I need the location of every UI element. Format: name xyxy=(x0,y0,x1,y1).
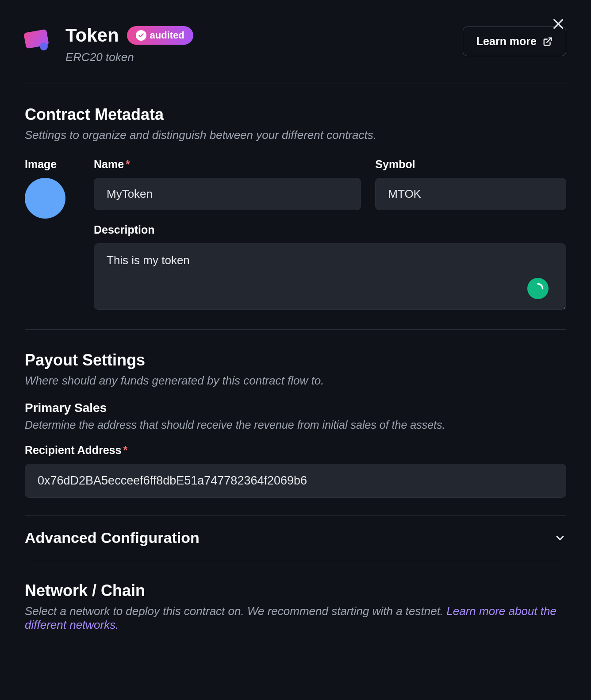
modal-header: Token audited ERC20 token Learn more xyxy=(25,25,566,84)
metadata-title: Contract Metadata xyxy=(25,105,566,124)
token-logo xyxy=(25,31,50,49)
name-label: Name* xyxy=(94,158,361,171)
learn-more-label: Learn more xyxy=(476,35,537,48)
check-icon xyxy=(136,30,146,41)
metadata-desc: Settings to organize and distinguish bet… xyxy=(25,128,566,142)
page-subtitle: ERC20 token xyxy=(65,50,193,64)
advanced-title: Advanced Configuration xyxy=(25,529,200,546)
payout-settings-section: Payout Settings Where should any funds g… xyxy=(25,330,566,516)
audited-badge: audited xyxy=(127,26,193,45)
image-upload[interactable] xyxy=(25,178,65,219)
name-input[interactable] xyxy=(94,178,361,210)
description-label: Description xyxy=(94,223,566,236)
symbol-input[interactable] xyxy=(375,178,566,210)
network-title: Network / Chain xyxy=(25,581,566,600)
chevron-down-icon xyxy=(554,532,566,544)
advanced-configuration-toggle[interactable]: Advanced Configuration xyxy=(25,516,566,560)
description-input[interactable]: This is my token xyxy=(94,243,566,310)
symbol-label: Symbol xyxy=(375,158,566,171)
audited-badge-label: audited xyxy=(150,30,184,41)
image-label: Image xyxy=(25,158,78,171)
network-desc: Select a network to deploy this contract… xyxy=(25,604,566,632)
recipient-label: Recipient Address* xyxy=(25,444,566,457)
network-chain-section: Network / Chain Select a network to depl… xyxy=(25,560,566,632)
contract-metadata-section: Contract Metadata Settings to organize a… xyxy=(25,84,566,330)
payout-desc: Where should any funds generated by this… xyxy=(25,374,566,388)
loading-spinner-icon xyxy=(527,278,549,299)
close-icon xyxy=(551,17,565,31)
svg-line-2 xyxy=(547,38,551,42)
recipient-address-input[interactable] xyxy=(25,464,566,498)
close-button[interactable] xyxy=(550,16,566,32)
payout-title: Payout Settings xyxy=(25,351,566,369)
page-title: Token xyxy=(65,25,119,46)
external-link-icon xyxy=(543,37,553,46)
primary-sales-desc: Determine the address that should receiv… xyxy=(25,419,566,431)
primary-sales-title: Primary Sales xyxy=(25,401,566,415)
